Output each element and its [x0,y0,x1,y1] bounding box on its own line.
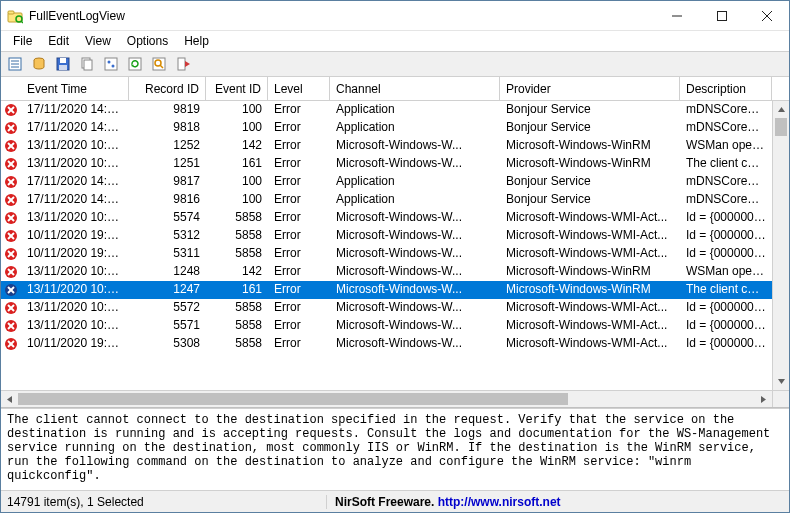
cell-event-id: 5858 [206,299,268,317]
hscroll-track[interactable] [18,391,755,407]
svg-rect-5 [717,11,726,20]
col-event-time[interactable]: Event Time [21,77,129,100]
svg-marker-71 [778,379,785,384]
cell-record-id: 9817 [129,173,206,191]
cell-channel: Application [330,191,500,209]
event-grid: Event Time Record ID Event ID Level Chan… [1,77,789,408]
toolbar-exit-icon[interactable] [173,54,193,74]
cell-description: Id = {00000000-0000- [680,317,772,335]
toolbar-copy-icon[interactable] [77,54,97,74]
error-icon [1,137,21,155]
scroll-up-icon[interactable] [773,101,789,118]
scroll-thumb[interactable] [775,118,787,136]
table-row[interactable]: 13/11/2020 10:4...1252142ErrorMicrosoft-… [1,137,772,155]
close-button[interactable] [744,1,789,30]
table-row[interactable]: 10/11/2020 19:0...53085858ErrorMicrosoft… [1,335,772,353]
cell-event-id: 142 [206,137,268,155]
cell-provider: Microsoft-Windows-WinRM [500,155,680,173]
svg-rect-17 [84,60,92,70]
scroll-left-icon[interactable] [1,391,18,407]
status-link[interactable]: http://www.nirsoft.net [438,495,561,509]
menu-edit[interactable]: Edit [40,32,77,50]
col-level[interactable]: Level [268,77,330,100]
cell-event-id: 142 [206,263,268,281]
table-row[interactable]: 13/11/2020 10:0...1248142ErrorMicrosoft-… [1,263,772,281]
cell-provider: Bonjour Service [500,191,680,209]
cell-level: Error [268,299,330,317]
table-row[interactable]: 10/11/2020 19:1...53115858ErrorMicrosoft… [1,245,772,263]
cell-event-time: 13/11/2020 10:0... [21,263,129,281]
menu-options[interactable]: Options [119,32,176,50]
error-icon [1,299,21,317]
cell-event-id: 161 [206,281,268,299]
table-row[interactable]: 13/11/2020 10:0...1247161ErrorMicrosoft-… [1,281,772,299]
scroll-right-icon[interactable] [755,391,772,407]
cell-provider: Bonjour Service [500,101,680,119]
col-record-id[interactable]: Record ID [129,77,206,100]
col-event-id[interactable]: Event ID [206,77,268,100]
app-icon [7,8,23,24]
cell-record-id: 9818 [129,119,206,137]
cell-record-id: 9819 [129,101,206,119]
cell-level: Error [268,101,330,119]
toolbar-properties-icon[interactable] [5,54,25,74]
error-icon [1,101,21,119]
cell-event-time: 17/11/2020 14:0... [21,119,129,137]
toolbar-save-icon[interactable] [53,54,73,74]
cell-event-time: 17/11/2020 14:0... [21,101,129,119]
minimize-button[interactable] [654,1,699,30]
hscroll-thumb[interactable] [18,393,568,405]
table-row[interactable]: 17/11/2020 14:0...9819100ErrorApplicatio… [1,101,772,119]
cell-channel: Microsoft-Windows-W... [330,155,500,173]
cell-level: Error [268,263,330,281]
cell-level: Error [268,335,330,353]
col-icon[interactable] [1,77,21,100]
menu-help[interactable]: Help [176,32,217,50]
cell-provider: Microsoft-Windows-WMI-Act... [500,335,680,353]
table-row[interactable]: 17/11/2020 14:0...9817100ErrorApplicatio… [1,173,772,191]
table-row[interactable]: 13/11/2020 10:4...1251161ErrorMicrosoft-… [1,155,772,173]
cell-level: Error [268,281,330,299]
cell-record-id: 1248 [129,263,206,281]
scroll-down-icon[interactable] [773,373,789,390]
horizontal-scrollbar[interactable] [1,390,789,407]
table-row[interactable]: 13/11/2020 10:1...55725858ErrorMicrosoft… [1,299,772,317]
toolbar-data-source-icon[interactable] [29,54,49,74]
cell-description: mDNSCoreReceiveRe [680,119,772,137]
cell-event-time: 17/11/2020 14:0... [21,191,129,209]
cell-channel: Microsoft-Windows-W... [330,335,500,353]
toolbar-refresh-icon[interactable] [125,54,145,74]
cell-record-id: 5308 [129,335,206,353]
svg-rect-26 [178,58,185,70]
menu-file[interactable]: File [5,32,40,50]
window-title: FullEventLogView [29,9,654,23]
svg-rect-21 [129,58,141,70]
cell-event-id: 100 [206,101,268,119]
table-row[interactable]: 10/11/2020 19:1...53125858ErrorMicrosoft… [1,227,772,245]
cell-record-id: 5311 [129,245,206,263]
grid-header: Event Time Record ID Event ID Level Chan… [1,77,789,101]
table-row[interactable]: 13/11/2020 10:1...55745858ErrorMicrosoft… [1,209,772,227]
col-provider[interactable]: Provider [500,77,680,100]
table-row[interactable]: 13/11/2020 10:0...55715858ErrorMicrosoft… [1,317,772,335]
table-row[interactable]: 17/11/2020 14:0...9818100ErrorApplicatio… [1,119,772,137]
col-channel[interactable]: Channel [330,77,500,100]
error-icon [1,281,21,299]
cell-level: Error [268,317,330,335]
toolbar-options-icon[interactable] [101,54,121,74]
toolbar-find-icon[interactable] [149,54,169,74]
vertical-scrollbar[interactable] [772,101,789,390]
cell-event-id: 5858 [206,245,268,263]
svg-marker-70 [778,107,785,112]
cell-record-id: 5571 [129,317,206,335]
cell-description: WSMan operation En [680,137,772,155]
table-row[interactable]: 17/11/2020 14:0...9816100ErrorApplicatio… [1,191,772,209]
maximize-button[interactable] [699,1,744,30]
cell-level: Error [268,173,330,191]
menu-view[interactable]: View [77,32,119,50]
cell-event-time: 13/11/2020 10:4... [21,155,129,173]
col-scrollspace [772,77,789,100]
cell-event-time: 13/11/2020 10:1... [21,209,129,227]
scroll-track[interactable] [773,118,789,373]
col-description[interactable]: Description [680,77,772,100]
